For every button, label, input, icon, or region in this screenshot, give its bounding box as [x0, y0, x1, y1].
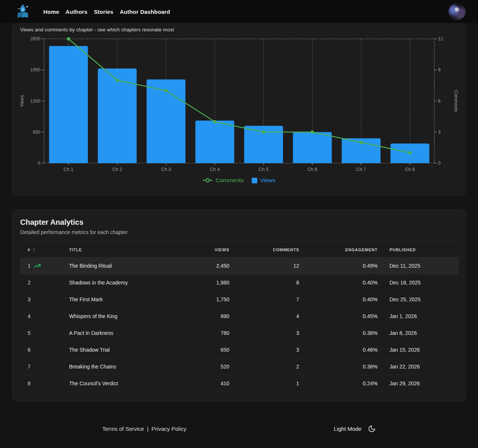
cell-title: A Pact in Darkness: [69, 325, 162, 342]
cell-views: 2,450: [162, 258, 229, 274]
cell-comments: 12: [229, 258, 299, 274]
cell-views: 780: [162, 325, 229, 342]
legend-label-views: Views: [260, 177, 275, 184]
x-axis-label: Ch 8: [405, 167, 415, 172]
left-axis-tick: 2600: [30, 36, 40, 41]
page-footer: Terms of Service | Privacy Policy Light …: [0, 401, 478, 433]
cell-num: 7: [20, 358, 69, 375]
header-comments[interactable]: COMMENTS: [229, 242, 299, 258]
cell-published: Dec 11, 2025: [378, 258, 459, 274]
header-published[interactable]: PUBLISHED: [378, 242, 459, 258]
cell-views: 520: [162, 358, 229, 375]
chapter-analytics-card: Chapter Analytics Detailed performance m…: [12, 209, 466, 401]
cell-title: The First Mark: [69, 291, 162, 308]
right-axis-tick: 3: [438, 130, 441, 135]
cell-title: The Binding Ritual: [69, 258, 162, 274]
table-row: 3The First Mark1,75070.40%Dec 25, 2025: [20, 291, 459, 308]
cell-comments: 1: [229, 375, 299, 392]
nav-link-author-dashboard[interactable]: Author Dashboard: [120, 9, 170, 15]
cell-num: 4: [20, 308, 69, 325]
header-views[interactable]: VIEWS: [162, 242, 229, 258]
theme-toggle-button[interactable]: Light Mode: [334, 425, 376, 433]
user-avatar[interactable]: [448, 3, 466, 20]
cell-published: Dec 25, 2025: [378, 291, 459, 308]
privacy-policy-link[interactable]: Privacy Policy: [152, 426, 186, 432]
top-navbar: HomeAuthorsStoriesAuthor Dashboard: [0, 0, 478, 23]
cell-engagement: 0.40%: [299, 291, 378, 308]
right-axis-tick: 6: [438, 99, 441, 104]
comments-point: [115, 78, 119, 82]
table-row: 2Shadows in the Academy1,98080.40%Dec 18…: [20, 274, 459, 291]
book-flame-logo-icon: [15, 3, 30, 20]
cell-views: 890: [162, 308, 229, 325]
nav-link-authors[interactable]: Authors: [65, 9, 87, 15]
comments-point: [67, 37, 70, 40]
cell-comments: 3: [229, 325, 299, 342]
x-axis-label: Ch 6: [307, 167, 317, 172]
cell-engagement: 0.45%: [299, 308, 378, 325]
cell-views: 1,980: [162, 274, 229, 291]
comments-point: [359, 141, 363, 144]
views-bar: [195, 121, 234, 163]
cell-engagement: 0.38%: [299, 325, 378, 342]
x-axis-label: Ch 2: [112, 167, 122, 172]
cell-title: The Council's Verdict: [69, 375, 162, 392]
table-row: 5A Pact in Darkness78030.38%Jan 8, 2026: [20, 325, 459, 342]
views-bar: [293, 132, 332, 163]
square-marker-icon: [252, 178, 257, 183]
cell-num: 2: [20, 274, 69, 291]
views-comments-chart: 0650130019502600036912Ch 1Ch 2Ch 3Ch 4Ch…: [12, 35, 466, 175]
cell-title: Breaking the Chains: [69, 358, 162, 375]
cell-published: Jan 29, 2026: [378, 375, 459, 392]
cell-num: 6: [20, 342, 69, 358]
footer-links: Terms of Service | Privacy Policy: [102, 426, 186, 432]
nav-link-home[interactable]: Home: [43, 9, 59, 15]
right-axis-tick: 12: [438, 36, 443, 41]
left-axis-tick: 1300: [30, 99, 40, 104]
footer-link-separator: |: [147, 426, 149, 432]
left-axis-tick: 0: [38, 161, 40, 166]
legend-item-views: Views: [252, 177, 275, 184]
cell-num: 8: [20, 375, 69, 392]
cell-title: Whispers of the King: [69, 308, 162, 325]
cell-published: Jan 15, 2026: [378, 342, 459, 358]
cell-engagement: 0.38%: [299, 358, 378, 375]
right-axis-title: Comments: [453, 90, 459, 112]
comments-point: [311, 130, 314, 134]
cell-comments: 2: [229, 358, 299, 375]
x-axis-label: Ch 5: [259, 167, 269, 172]
line-dot-marker-icon: [202, 178, 213, 183]
theme-toggle-label: Light Mode: [334, 426, 361, 432]
sort-asc-icon: ↑: [33, 247, 35, 252]
cell-comments: 8: [229, 274, 299, 291]
nav-link-stories[interactable]: Stories: [94, 9, 113, 15]
chapter-analytics-table: #↑TITLEVIEWSCOMMENTSENGAGEMENTPUBLISHED …: [20, 242, 459, 392]
comments-point: [262, 130, 265, 134]
x-axis-label: Ch 7: [356, 167, 366, 172]
cell-comments: 4: [229, 308, 299, 325]
page-content: Views and comments by chapter - see whic…: [0, 23, 478, 401]
cell-published: Jan 8, 2026: [378, 325, 459, 342]
x-axis-label: Ch 1: [63, 167, 73, 172]
comments-point: [164, 89, 168, 92]
left-axis-title: Views: [19, 95, 25, 107]
table-header-row: #↑TITLEVIEWSCOMMENTSENGAGEMENTPUBLISHED: [20, 242, 459, 258]
cell-title: The Shadow Trial: [69, 342, 162, 358]
legend-label-comments: Comments: [215, 177, 243, 184]
cell-views: 1,750: [162, 291, 229, 308]
table-row: 6The Shadow Trial65030.46%Jan 15, 2026: [20, 342, 459, 358]
views-bar: [49, 46, 88, 163]
left-axis-tick: 1950: [30, 67, 40, 72]
comments-point: [408, 151, 412, 155]
header-num[interactable]: #↑: [20, 242, 69, 258]
cell-title: Shadows in the Academy: [69, 274, 162, 291]
cell-engagement: 0.24%: [299, 375, 378, 392]
header-engagement[interactable]: ENGAGEMENT: [299, 242, 378, 258]
table-row: 7Breaking the Chains52020.38%Jan 22, 202…: [20, 358, 459, 375]
x-axis-label: Ch 4: [210, 167, 220, 172]
chart-legend: Comments Views: [12, 177, 466, 184]
header-title[interactable]: TITLE: [69, 242, 162, 258]
analytics-subtitle: Detailed performance metrics for each ch…: [20, 229, 458, 235]
terms-of-service-link[interactable]: Terms of Service: [102, 426, 144, 432]
app-logo[interactable]: [15, 3, 31, 20]
